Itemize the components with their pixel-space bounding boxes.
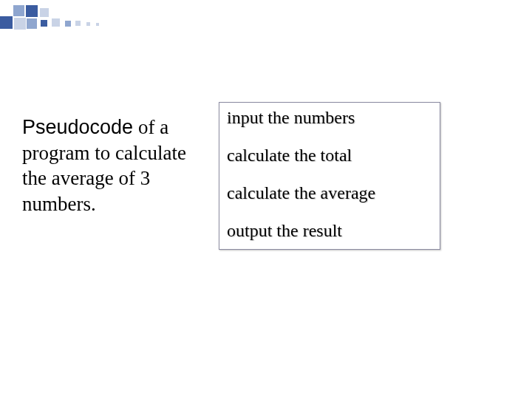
pseudocode-line: output the result (227, 220, 432, 242)
deco-square (40, 8, 49, 17)
deco-square (27, 18, 37, 29)
pseudocode-line: input the numbers (227, 107, 432, 129)
deco-square (65, 21, 71, 27)
description-block: Pseudocode of a program to calculate the… (22, 115, 200, 216)
deco-square (96, 23, 99, 26)
pseudocode-line: calculate the average (227, 183, 432, 204)
corner-decoration (0, 0, 133, 52)
pseudocode-box: input the numbers calculate the total ca… (219, 102, 440, 250)
description-text: Pseudocode of a program to calculate the… (22, 115, 200, 216)
deco-square (86, 22, 90, 26)
deco-square (14, 18, 26, 30)
deco-square (75, 21, 81, 26)
deco-square (0, 16, 13, 29)
heading-suffix: of (133, 116, 154, 138)
deco-square (13, 5, 24, 16)
heading-word: Pseudocode (22, 116, 133, 138)
deco-square (41, 20, 47, 27)
deco-square (26, 5, 38, 17)
pseudocode-line: calculate the total (227, 145, 432, 166)
deco-square (52, 18, 60, 27)
